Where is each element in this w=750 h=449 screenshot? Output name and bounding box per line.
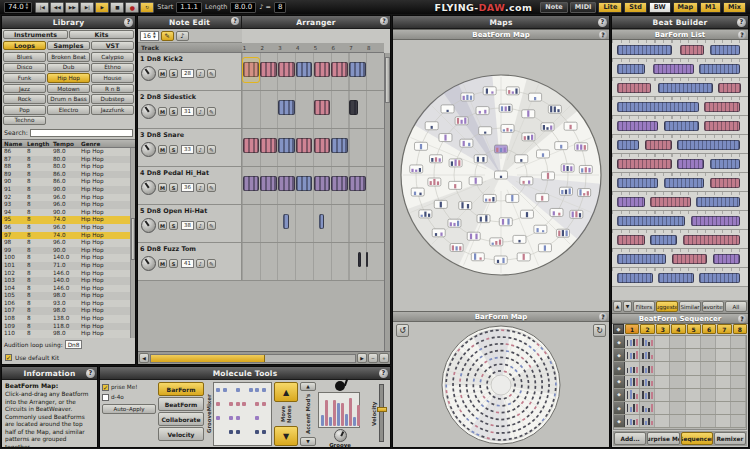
solo-button[interactable]: S [169,183,178,192]
filter-similar[interactable]: Similar [679,301,701,312]
help-icon[interactable]: ? [598,18,607,27]
track-note-icon[interactable]: ♪ [196,259,205,268]
library-row[interactable]: 1008140.0Hip Hop [2,254,130,262]
barform-item[interactable] [612,230,748,249]
velocity-slider[interactable] [379,384,384,442]
search-input[interactable] [30,129,133,137]
sequencer-cell[interactable] [701,362,716,374]
help-icon[interactable]: ? [599,31,607,39]
default-kit-checkbox[interactable] [5,354,12,361]
sequencer-cell[interactable] [686,389,701,401]
pattern-clip[interactable] [260,138,276,153]
midi-view-button[interactable]: MIDI [570,2,597,13]
sequencer-cell[interactable] [655,362,670,374]
record-button[interactable]: ● [125,2,139,13]
sequencer-column-5[interactable]: 5 [687,324,701,334]
solo-button[interactable]: S [169,259,178,268]
sequencer-cell[interactable] [670,362,685,374]
barform-item[interactable] [612,97,748,116]
track-5[interactable]: 5 Dn8 Open Hi-HatMS38♪✎ [138,205,242,243]
pattern-clip[interactable] [296,62,312,77]
sequencer-cell[interactable] [701,376,716,388]
library-row[interactable]: 1048146.0Hip Hop [2,285,130,293]
genre-house[interactable]: House [91,73,134,83]
library-row[interactable]: 97874.0Hip Hop [2,232,130,240]
sequencer-cell[interactable] [640,415,655,427]
pencil-tool-button[interactable]: ✎ [161,31,174,41]
sequencer-cell[interactable] [670,389,685,401]
list-up-button[interactable]: ▲ [613,301,622,312]
pattern-clip[interactable] [296,138,312,153]
zoom-out-button[interactable]: − [368,353,378,363]
library-row[interactable]: 98896.0Hip Hop [2,239,130,247]
library-row[interactable]: 89886.0Hip Hop [2,171,130,179]
scrollbar-thumb[interactable] [131,218,135,260]
barform-item[interactable] [612,154,748,173]
barform-item[interactable] [612,249,748,268]
track-note-icon[interactable]: ♪ [196,145,205,154]
sequencer-cell[interactable] [716,376,731,388]
note-view-button[interactable]: Note [540,2,567,13]
mix-view-button[interactable]: Mix [723,2,746,13]
genre-jazzfunk[interactable]: Jazzfunk [91,105,134,115]
barform-item[interactable] [612,78,748,97]
pattern-clip[interactable] [260,62,276,77]
tab-loops[interactable]: Loops [3,41,46,50]
sequencer-cell[interactable] [686,402,701,414]
library-row[interactable]: 94890.0Hip Hop [2,209,130,217]
sequencer-cell[interactable] [655,336,670,348]
pattern-clip[interactable] [278,62,294,77]
sequencer-column-2[interactable]: 2 [640,324,654,334]
sequencer-cell[interactable] [625,389,640,401]
std-view-button[interactable]: Std [624,2,646,13]
genre-broken-beat[interactable]: Broken Beat [47,52,90,62]
sequencer-cell[interactable] [625,402,640,414]
pattern-clip[interactable] [283,214,289,229]
row-instrument-icon[interactable]: ◆ [614,389,625,401]
library-row[interactable]: 110898.0Hip Hop [2,330,130,338]
sequencer-cell[interactable] [716,336,731,348]
sequencer-cell[interactable] [731,389,746,401]
sequencer-button[interactable]: Sequencer [681,432,713,445]
row-instrument-icon[interactable]: ◆ [614,415,625,427]
scrollbar-thumb[interactable] [151,355,265,362]
velocity-bars-display[interactable] [318,392,360,428]
library-scrollbar[interactable] [130,148,135,338]
sequencer-cell[interactable] [640,376,655,388]
mute-button[interactable]: M [158,145,167,154]
sequencer-cell[interactable] [670,415,685,427]
pattern-clip[interactable] [314,62,330,77]
sequencer-cell[interactable] [670,349,685,361]
pattern-clip[interactable] [358,252,361,267]
solo-button[interactable]: S [169,221,178,230]
remixer-button[interactable]: Remixer [714,432,746,445]
scrollbar-track[interactable] [150,354,356,363]
help-icon[interactable]: ? [738,31,746,39]
barform-item[interactable] [612,173,748,192]
sequencer-cell[interactable] [716,402,731,414]
sequencer-cell[interactable] [625,362,640,374]
help-icon[interactable]: ? [738,315,746,323]
track-volume-knob[interactable] [141,66,156,81]
sequencer-cell[interactable] [625,336,640,348]
note-tool-button[interactable]: ♪ [176,31,189,41]
pattern-clip[interactable] [296,176,312,191]
bw-view-button[interactable]: BW [649,2,671,13]
genre-calypso[interactable]: Calypso [91,52,134,62]
track-lane[interactable] [242,129,384,167]
sequencer-column-6[interactable]: 6 [702,324,716,334]
barform-item[interactable] [612,40,748,59]
sequencer-cell[interactable] [701,402,716,414]
track-2[interactable]: 2 Dn8 SidestickMS31♪✎ [138,91,242,129]
library-row[interactable]: 86898.0Hip Hop [2,148,130,156]
genre-blues[interactable]: Blues [3,52,46,62]
sequencer-cell[interactable] [670,376,685,388]
row-instrument-icon[interactable]: ◆ [614,336,625,348]
library-row[interactable]: 93896.0Hip Hop [2,201,130,209]
library-row[interactable]: 101871.0Hip Hop [2,262,130,270]
option-checkbox[interactable] [102,384,109,391]
pattern-clip[interactable] [243,176,259,191]
rotate-left-button[interactable]: ↺ [396,324,409,337]
pattern-clip[interactable] [260,176,276,191]
mode-barform[interactable]: BarForm [158,382,204,396]
